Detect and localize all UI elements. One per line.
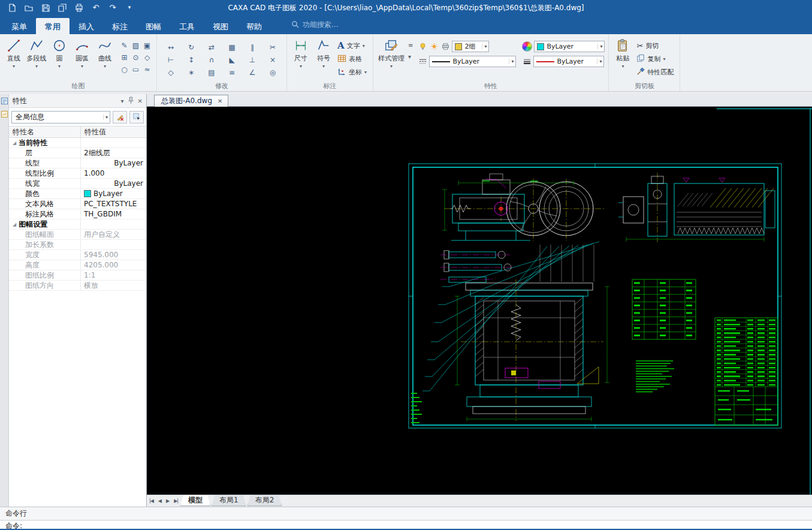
scale-icon[interactable]: ◇ (161, 66, 181, 79)
lineweight-icon[interactable] (522, 57, 532, 66)
stretch-icon[interactable]: ↕ (181, 53, 201, 66)
property-row-textstyle[interactable]: 文本风格 PC_TEXTSTYLE (9, 199, 146, 209)
copy-button[interactable]: 复制▾ (634, 53, 676, 65)
table-button[interactable]: 表格 (335, 53, 369, 65)
pin-icon[interactable] (128, 97, 134, 106)
layer-expand-icon[interactable]: ▾ (408, 53, 413, 60)
chamfer-icon[interactable]: ◣ (222, 53, 242, 66)
qat-customize-icon[interactable]: ▾ (125, 3, 134, 13)
angle-icon[interactable]: ∠ (242, 66, 262, 79)
match-properties-button[interactable]: 特性匹配 (634, 66, 676, 79)
linetype-combo[interactable]: ByLayer ▾ (429, 56, 516, 67)
move-icon[interactable]: ↔ (161, 41, 181, 53)
function-search[interactable]: 功能搜索... (291, 20, 338, 34)
property-row-ltscale[interactable]: 线型比例 1.000 (9, 168, 146, 179)
curve-button[interactable]: 曲线▾ (93, 36, 116, 69)
panel-menu-icon[interactable]: ▾ (121, 98, 124, 104)
extend-icon[interactable]: ⊢ (161, 53, 181, 66)
fillet-icon[interactable]: ∩ (201, 53, 222, 66)
property-row-height[interactable]: 高度 4205.000 (9, 260, 146, 270)
arc-button[interactable]: 圆弧▾ (71, 36, 93, 69)
redo-icon[interactable]: ↷ (108, 3, 117, 13)
property-row-dimstyle[interactable]: 标注风格 TH_GBDIM (9, 209, 146, 219)
layer-combo[interactable]: 2细 ▾ (452, 41, 489, 52)
prev-tab-icon[interactable]: ◀ (156, 498, 164, 504)
menu-tab-menu[interactable]: 菜单 (2, 18, 36, 34)
ellipse-icon[interactable]: ○ (119, 64, 130, 76)
layer-list-icon[interactable]: ≡ (408, 42, 413, 49)
linetype-icon[interactable] (418, 57, 427, 66)
menu-tab-help[interactable]: 帮助 (237, 18, 271, 34)
command-prompt[interactable]: 命令: (0, 521, 812, 529)
offset-icon[interactable]: ∥ (242, 41, 262, 53)
undo-icon[interactable]: ↶ (91, 3, 101, 13)
menu-tab-view[interactable]: 视图 (204, 18, 237, 34)
menu-tab-tools[interactable]: 工具 (170, 18, 204, 34)
save-all-icon[interactable] (58, 3, 67, 13)
pick-object-button[interactable] (129, 111, 144, 124)
next-tab-icon[interactable]: ▶ (164, 498, 171, 504)
text-button[interactable]: A 文字▾ (335, 40, 369, 52)
rotate-icon[interactable]: ↻ (181, 41, 201, 53)
tab-layout1[interactable]: 布局1 (212, 495, 246, 506)
property-row-lengthen[interactable]: 加长系数 (9, 240, 146, 250)
property-group-sheet[interactable]: ◢图幅设置 (9, 219, 146, 230)
break-icon[interactable]: ⊥ (242, 53, 262, 66)
lineweight-combo[interactable]: ByLayer ▾ (533, 56, 604, 67)
panel-close-icon[interactable]: ✕ (138, 98, 143, 104)
menu-tab-common[interactable]: 常用 (36, 18, 70, 34)
line-button[interactable]: 直线▾ (2, 36, 25, 69)
tab-layout2[interactable]: 布局2 (247, 495, 282, 506)
region-icon[interactable]: ▣ (141, 40, 153, 52)
hatch-icon[interactable]: ▨ (130, 40, 141, 52)
property-row-layer[interactable]: 层 2细线层 (9, 148, 146, 158)
tab-model[interactable]: 模型 (180, 495, 210, 506)
mirror-icon[interactable]: ⇄ (201, 41, 222, 53)
circle-button[interactable]: 圆▾ (48, 36, 71, 69)
strip-library-icon[interactable] (1, 110, 8, 120)
cut-button[interactable]: ✂ 剪切 (634, 40, 676, 52)
property-row-orientation[interactable]: 图纸方向 横放 (9, 281, 146, 291)
color-combo[interactable]: ByLayer ▾ (534, 41, 605, 52)
property-row-lineweight[interactable]: 线宽 ByLayer (9, 179, 146, 189)
new-document-icon[interactable] (7, 3, 17, 13)
rectangle-icon[interactable]: ▭ (130, 64, 141, 76)
polygon-icon[interactable]: ◇ (141, 52, 153, 64)
scope-select[interactable]: 全局信息 ▾ (11, 111, 110, 124)
coordinate-button[interactable]: 坐标▾ (335, 66, 369, 79)
open-file-icon[interactable] (24, 3, 34, 13)
layer-print-icon[interactable] (440, 42, 450, 51)
point-icon[interactable]: ⊙ (130, 52, 141, 64)
erase-icon[interactable]: × (262, 53, 283, 66)
sketch-icon[interactable]: ✎ (119, 40, 130, 52)
menu-tab-annotate[interactable]: 标注 (103, 18, 137, 34)
explode-icon[interactable]: ∗ (181, 66, 201, 79)
menu-tab-sheet[interactable]: 图幅 (137, 18, 170, 34)
color-wheel-icon[interactable] (522, 41, 532, 52)
dimension-button[interactable]: 尺寸▾ (289, 36, 312, 69)
drawing-canvas[interactable] (147, 107, 812, 495)
collapse-icon[interactable]: ◢ (13, 222, 16, 227)
strip-properties-icon[interactable] (1, 97, 8, 107)
first-tab-icon[interactable]: |◀ (147, 498, 156, 504)
grid-icon[interactable]: ⊞ (119, 52, 130, 64)
tab-close-icon[interactable]: ✕ (218, 98, 222, 104)
clear-selection-button[interactable] (113, 111, 127, 124)
property-row-color[interactable]: 颜色 ByLayer (9, 189, 146, 199)
join-icon[interactable]: ≡ (222, 66, 242, 79)
property-row-sheetsize[interactable]: 图纸幅面 用户自定义 (9, 230, 146, 240)
save-icon[interactable] (41, 3, 50, 13)
layer-sun-icon[interactable] (429, 42, 439, 51)
array-icon[interactable]: ▦ (222, 41, 242, 53)
target-icon[interactable]: ◎ (262, 66, 283, 79)
menu-tab-insert[interactable]: 插入 (70, 18, 103, 34)
polyline-button[interactable]: 多段线▾ (25, 36, 48, 69)
copy-region-icon[interactable]: ▤ (201, 66, 222, 79)
symbol-button[interactable]: 符号▾ (312, 36, 335, 69)
paste-button[interactable]: 粘贴▾ (611, 36, 634, 69)
print-icon[interactable] (74, 3, 84, 13)
property-row-width[interactable]: 宽度 5945.000 (9, 250, 146, 260)
property-row-scale[interactable]: 图纸比例 1:1 (9, 270, 146, 281)
trim-icon[interactable]: ✂ (262, 41, 283, 53)
layer-on-icon[interactable] (418, 42, 427, 51)
